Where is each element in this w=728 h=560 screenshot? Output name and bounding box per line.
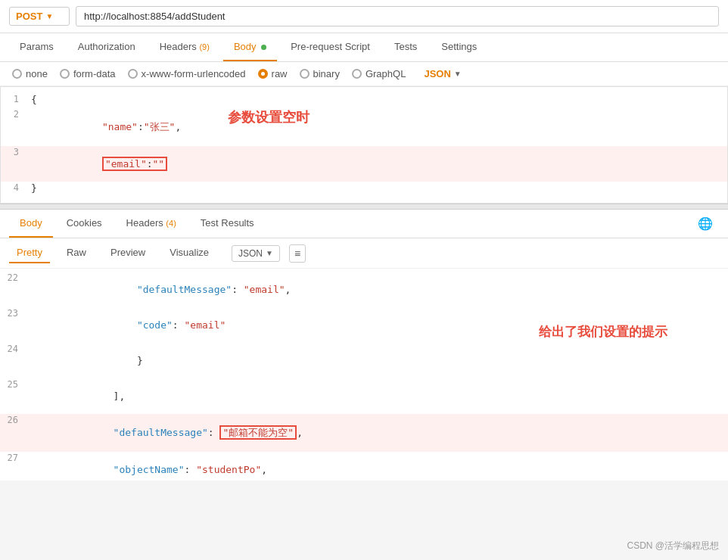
resp-linenum-23: 23	[0, 308, 30, 319]
req-line-content-1: {	[31, 94, 727, 105]
resp-content-27: "objectName": "studentPo",	[30, 453, 728, 481]
req-linenum-2: 2	[1, 109, 31, 120]
response-annotation: 给出了我们设置的提示	[539, 323, 667, 341]
wrap-icon-button[interactable]: ≡	[289, 244, 306, 263]
radio-circle-graphql	[352, 69, 362, 79]
request-nav-tabs: Params Authorization Headers (9) Body Pr…	[0, 33, 728, 62]
resp-linenum-25: 25	[0, 379, 30, 390]
section-divider	[0, 204, 728, 210]
view-tab-visualize[interactable]: Visualize	[162, 243, 216, 263]
radio-circle-binary	[300, 69, 310, 79]
response-format-chevron: ▼	[266, 249, 273, 257]
format-label: JSON	[424, 68, 450, 79]
req-line-2: 2 "name":"张三",	[1, 108, 727, 146]
req-line-3: 3 "email":""	[1, 146, 727, 182]
resp-linenum-26: 26	[0, 415, 30, 425]
tab-pre-request[interactable]: Pre-request Script	[280, 33, 381, 61]
url-input[interactable]	[76, 6, 719, 26]
format-chevron-icon: ▼	[454, 70, 462, 78]
view-tab-preview[interactable]: Preview	[103, 243, 153, 263]
radio-circle-none	[12, 69, 22, 79]
response-format-selector[interactable]: JSON ▼	[232, 245, 280, 262]
resp-linenum-27: 27	[0, 453, 30, 463]
tab-tests[interactable]: Tests	[384, 33, 428, 61]
response-body: 22 "defaultMessage": "email", 23 "code":…	[0, 269, 728, 481]
radio-form-data-label: form-data	[73, 68, 116, 79]
req-linenum-3: 3	[1, 147, 31, 157]
resp-content-24: }	[30, 344, 728, 378]
wrap-icon: ≡	[294, 247, 300, 260]
resp-line-26: 26 "defaultMessage": "邮箱不能为空",	[0, 414, 728, 452]
method-chevron-icon: ▼	[45, 12, 53, 20]
radio-graphql[interactable]: GraphQL	[352, 68, 406, 79]
radio-binary-label: binary	[313, 68, 340, 79]
radio-none-label: none	[26, 68, 48, 79]
request-body-editor: 1 { 2 "name":"张三", 3 "email":"" 4 } 参数设置…	[0, 86, 728, 204]
req-line-4: 4 }	[1, 182, 727, 197]
resp-content-26: "defaultMessage": "邮箱不能为空",	[30, 415, 728, 451]
tab-params[interactable]: Params	[9, 33, 64, 61]
response-view-tabs: Pretty Raw Preview Visualize JSON ▼ ≡	[0, 238, 728, 269]
format-selector[interactable]: JSON ▼	[424, 68, 461, 79]
response-format-label: JSON	[238, 248, 263, 259]
resp-content-25: ],	[30, 379, 728, 413]
radio-binary[interactable]: binary	[300, 68, 340, 79]
response-tab-headers[interactable]: Headers (4)	[116, 210, 187, 238]
radio-urlencoded[interactable]: x-www-form-urlencoded	[128, 68, 246, 79]
resp-line-22: 22 "defaultMessage": "email",	[0, 272, 728, 307]
tab-settings[interactable]: Settings	[431, 33, 487, 61]
req-line-content-2: "name":"张三",	[31, 109, 727, 145]
req-line-content-3: "email":""	[31, 147, 727, 181]
req-line-1: 1 {	[1, 93, 727, 108]
view-tab-raw[interactable]: Raw	[59, 243, 94, 263]
view-tab-pretty[interactable]: Pretty	[9, 243, 50, 263]
tab-body[interactable]: Body	[223, 33, 277, 61]
resp-linenum-24: 24	[0, 344, 30, 354]
radio-circle-urlencoded	[128, 69, 138, 79]
body-type-row: none form-data x-www-form-urlencoded raw…	[0, 62, 728, 86]
radio-circle-form-data	[60, 69, 70, 79]
req-linenum-4: 4	[1, 182, 31, 193]
req-line-content-4: }	[31, 182, 727, 194]
req-linenum-1: 1	[1, 94, 31, 104]
radio-graphql-label: GraphQL	[366, 68, 406, 79]
response-tabs: Body Cookies Headers (4) Test Results 🌐	[0, 210, 728, 238]
resp-content-22: "defaultMessage": "email",	[30, 272, 728, 306]
response-tab-cookies[interactable]: Cookies	[56, 210, 113, 238]
tab-headers[interactable]: Headers (9)	[149, 33, 220, 61]
method-label: POST	[16, 11, 42, 22]
resp-line-27: 27 "objectName": "studentPo",	[0, 452, 728, 481]
radio-raw-label: raw	[272, 68, 288, 79]
radio-none[interactable]: none	[12, 68, 48, 79]
radio-urlencoded-label: x-www-form-urlencoded	[142, 68, 246, 79]
resp-linenum-22: 22	[0, 272, 30, 283]
radio-raw[interactable]: raw	[258, 68, 288, 79]
tab-authorization[interactable]: Authorization	[67, 33, 146, 61]
method-selector[interactable]: POST ▼	[9, 7, 70, 26]
response-tab-test-results[interactable]: Test Results	[190, 210, 265, 238]
editor-content[interactable]: 1 { 2 "name":"张三", 3 "email":"" 4 } 参数设置…	[1, 87, 727, 203]
response-tab-body[interactable]: Body	[9, 210, 53, 238]
body-active-dot	[261, 45, 266, 50]
globe-icon: 🌐	[692, 216, 719, 231]
resp-line-25: 25 ],	[0, 378, 728, 414]
radio-form-data[interactable]: form-data	[60, 68, 116, 79]
resp-line-24: 24 }	[0, 343, 728, 378]
top-bar: POST ▼	[0, 0, 728, 33]
radio-circle-raw	[258, 69, 268, 79]
